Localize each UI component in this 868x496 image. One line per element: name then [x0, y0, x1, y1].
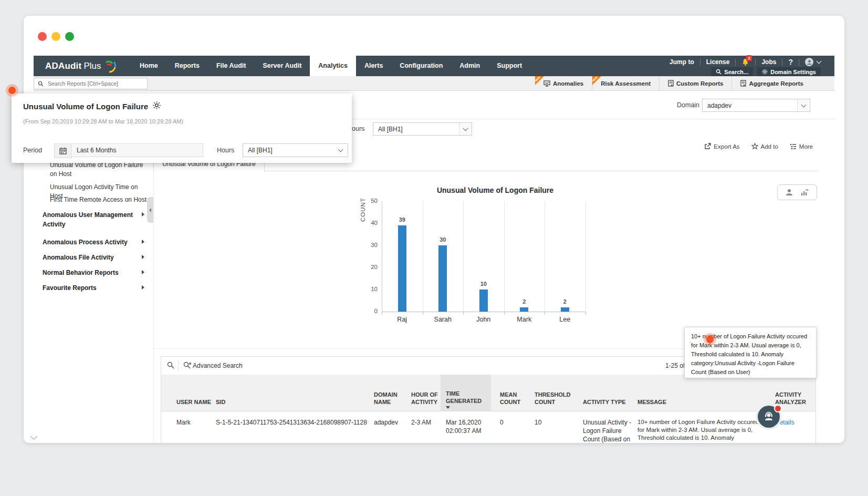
- nav-item-reports[interactable]: Reports: [166, 56, 208, 76]
- jump-to-link[interactable]: Jump to: [670, 58, 694, 66]
- chart-x-label: Mark: [503, 316, 545, 323]
- chevron-left-icon: [149, 208, 151, 212]
- app-logo[interactable]: ADAudit Plus: [45, 56, 116, 76]
- nav-item-alerts[interactable]: Alerts: [356, 56, 391, 76]
- cell-message: 10+ number of Logon Failure Activity occ…: [637, 418, 761, 443]
- window-close-button[interactable]: [38, 32, 47, 41]
- advanced-search-icon[interactable]: [183, 361, 192, 369]
- report-icon: [668, 80, 674, 87]
- popup-title: Unusual Volume of Logon Failure: [23, 102, 148, 111]
- chevron-down-icon[interactable]: [459, 123, 472, 135]
- search-icon: [716, 69, 721, 75]
- column-header-activity-analyzer[interactable]: ACTIVITY ANALYZER: [775, 391, 818, 406]
- calendar-button[interactable]: [54, 143, 72, 158]
- advanced-search-label[interactable]: Advanced Search: [193, 362, 243, 369]
- domain-settings-button[interactable]: Domain Settings: [757, 67, 821, 76]
- monitor-icon: [543, 80, 550, 87]
- column-header-threshold-count[interactable]: THRESHOLD COUNT: [535, 391, 580, 406]
- report-icon: [740, 80, 746, 87]
- report-actions: Export AsAdd toMore: [704, 143, 813, 150]
- chart-bar-mark[interactable]: [520, 307, 528, 312]
- cell-activity-analyzer[interactable]: Details: [775, 418, 818, 427]
- quick-links: NEWAnomaliesNEWRisk AssessmentCustom Rep…: [535, 76, 812, 90]
- new-ribbon: NEW: [535, 76, 544, 85]
- chart-bar-raj[interactable]: [398, 225, 406, 312]
- chart-title: Unusual Volume of Logon Failure: [390, 186, 600, 194]
- new-ribbon: NEW: [592, 76, 601, 85]
- chevron-down-icon: [338, 147, 343, 152]
- column-header-message[interactable]: MESSAGE: [637, 398, 761, 406]
- nav-item-server-audit[interactable]: Server Audit: [254, 56, 310, 76]
- cell-domain-name: adapdev: [374, 418, 407, 427]
- notifications-bell-icon[interactable]: 2: [741, 58, 749, 66]
- nav-item-home[interactable]: Home: [131, 56, 166, 76]
- nav-item-admin[interactable]: Admin: [451, 56, 488, 76]
- quick-link-label: Aggregate Reports: [749, 80, 803, 87]
- column-header-activity-type[interactable]: ACTIVITY TYPE: [583, 398, 634, 406]
- hours-select[interactable]: All [BH1]: [373, 122, 472, 136]
- insight-bulb-icon[interactable]: [152, 101, 161, 110]
- brand-swirl-icon: [102, 59, 116, 74]
- user-menu-caret-icon[interactable]: [817, 59, 822, 64]
- domain-value: adapdev: [707, 102, 731, 109]
- gear-icon: [762, 69, 768, 75]
- period-value-field[interactable]: Last 6 Months: [71, 143, 203, 157]
- column-header-hour-of-activity[interactable]: HOUR OF ACTIVITY: [411, 391, 443, 406]
- window-zoom-button[interactable]: [65, 32, 74, 41]
- chart-bar-sarah[interactable]: [438, 245, 447, 312]
- chart-bar-lee[interactable]: [561, 307, 569, 312]
- sidebar-item-normal-behavior-reports[interactable]: Normal Behavior Reports: [43, 268, 148, 277]
- quick-link-anomalies[interactable]: NEWAnomalies: [535, 76, 592, 90]
- user-avatar-icon[interactable]: [805, 58, 813, 66]
- search-icon[interactable]: [167, 361, 174, 369]
- quick-link-aggregate-reports[interactable]: Aggregate Reports: [731, 76, 812, 90]
- chart-refresh-icon[interactable]: [800, 188, 809, 197]
- sidebar-item-favourite-reports[interactable]: Favourite Reports: [43, 283, 148, 293]
- chart-bar-john[interactable]: [479, 290, 488, 312]
- column-header-user-name[interactable]: USER NAME: [176, 398, 214, 406]
- main-menu: HomeReportsFile AuditServer AuditAnalyti…: [131, 56, 530, 76]
- nav-item-file-audit[interactable]: File Audit: [208, 56, 254, 76]
- chart-y-tick-label: 0: [362, 308, 378, 314]
- report-search-input[interactable]: [47, 80, 138, 87]
- column-header-sid[interactable]: SID: [216, 398, 371, 406]
- sidebar-item-anomalous-process-activity[interactable]: Anomalous Process Activity: [43, 237, 148, 247]
- chevron-down-icon[interactable]: [797, 99, 810, 111]
- domain-select[interactable]: adapdev: [702, 99, 810, 112]
- brand-name-bold: ADAudit: [45, 61, 81, 71]
- license-link[interactable]: License: [706, 58, 730, 66]
- popup-date-range: (From Sep 20,2019 10:29:28 AM to Mar 18,…: [23, 118, 183, 125]
- column-header-time-generated[interactable]: TIME GENERATED: [446, 390, 488, 409]
- nav-item-support[interactable]: Support: [488, 56, 530, 76]
- user-view-icon[interactable]: [785, 188, 793, 197]
- quick-link-risk-assessment[interactable]: NEWRisk Assessment: [592, 76, 659, 90]
- nav-item-analytics[interactable]: Analytics: [310, 56, 356, 76]
- jobs-link[interactable]: Jobs: [761, 58, 776, 66]
- sidebar-item-anomalous-user-management-activity[interactable]: Anomalous User Management Activity: [43, 210, 148, 229]
- report-search-box[interactable]: [34, 78, 148, 89]
- popup-hours-value: All [BH1]: [248, 147, 273, 154]
- popup-hours-select[interactable]: All [BH1]: [243, 143, 348, 157]
- app-window: ADAudit Plus HomeReportsFile AuditServer…: [24, 16, 844, 443]
- more-button[interactable]: More: [790, 143, 813, 150]
- chart-x-label: Raj: [381, 316, 423, 323]
- column-header-domain-name[interactable]: DOMAIN NAME: [374, 391, 407, 406]
- export-as-button[interactable]: Export As: [704, 143, 739, 150]
- add-to-button[interactable]: Add to: [751, 143, 778, 150]
- report-filter-popup: Unusual Volume of Logon Failure (From Se…: [12, 94, 352, 163]
- column-header-mean-count[interactable]: MEAN COUNT: [500, 391, 531, 406]
- chart-x-tick: [463, 312, 464, 315]
- global-search-button[interactable]: Search...: [711, 67, 753, 76]
- chat-notification-dot: [774, 405, 782, 412]
- quick-link-custom-reports[interactable]: Custom Reports: [659, 76, 731, 90]
- window-minimize-button[interactable]: [51, 32, 60, 41]
- calendar-icon: [59, 147, 67, 154]
- help-link[interactable]: ?: [788, 58, 793, 66]
- annotation-marker: [706, 336, 714, 343]
- action-label: Add to: [761, 143, 778, 150]
- divider: [178, 360, 179, 371]
- sidebar-item-anomalous-file-activity[interactable]: Anomalous File Activity: [43, 253, 148, 262]
- sidebar-item-first-time-remote-access-on-host[interactable]: First Time Remote Access on Host: [50, 195, 149, 204]
- sidebar-item-unusual-volume-of-logon-failure-on-host[interactable]: Unusual Volume of Logon Failure on Host: [50, 161, 149, 179]
- nav-item-configuration[interactable]: Configuration: [391, 56, 451, 76]
